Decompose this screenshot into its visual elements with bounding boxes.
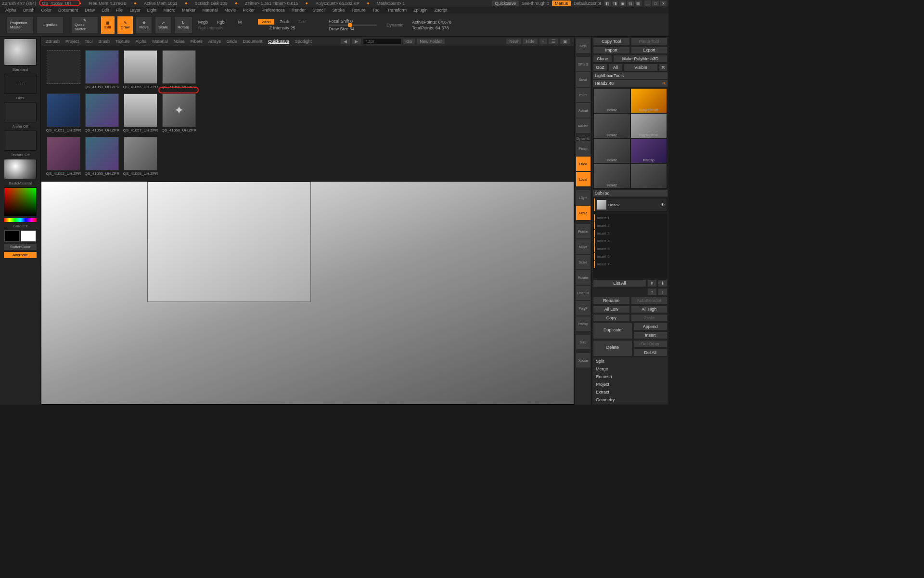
view-list-icon[interactable]: ☰: [549, 39, 558, 44]
tab-document[interactable]: Document: [242, 38, 263, 45]
projection-master-button[interactable]: Projection Master: [7, 16, 34, 34]
quicksave-thumb[interactable]: QS_41059_UH.ZPR: [160, 50, 198, 92]
menu-zplugin[interactable]: Zplugin: [411, 8, 430, 13]
tab-texture[interactable]: Texture: [115, 38, 131, 45]
view-grid-icon[interactable]: ▣: [560, 39, 570, 44]
rt-spix3[interactable]: SPix 3: [576, 57, 590, 71]
tab-noise[interactable]: Noise: [173, 38, 186, 45]
go-button[interactable]: Go: [403, 39, 415, 44]
rt-actual[interactable]: Actual: [576, 103, 590, 118]
brush-thumbnail[interactable]: [4, 39, 37, 66]
primary-color[interactable]: [21, 230, 36, 242]
edit-button[interactable]: ▦Edit: [101, 16, 115, 34]
subtool-active[interactable]: Head2👁: [594, 198, 667, 211]
subtool-slot[interactable]: Insert 6: [594, 253, 667, 260]
minimize-icon[interactable]: —: [644, 0, 651, 6]
rt-aahalf[interactable]: AAHalf: [576, 118, 590, 133]
move-button[interactable]: ✥Move: [136, 16, 152, 34]
tab-arrays[interactable]: Arrays: [207, 38, 222, 45]
clone-button[interactable]: Clone: [593, 55, 612, 63]
maximize-icon[interactable]: □: [652, 0, 659, 6]
nav-prev-button[interactable]: ◀: [341, 39, 350, 44]
focal-shift-slider[interactable]: Focal Shift 0 Draw Size 64: [325, 19, 381, 31]
menu-movie[interactable]: Movie: [222, 8, 238, 13]
texture-thumbnail[interactable]: [4, 131, 37, 151]
export-button[interactable]: Export: [631, 46, 668, 54]
switchcolor-button[interactable]: SwitchColor: [4, 244, 37, 250]
rename-button[interactable]: Rename: [593, 297, 630, 304]
subtool-slot[interactable]: Insert 4: [594, 237, 667, 245]
rt-lsym[interactable]: LSym: [576, 190, 590, 205]
quicksave-thumb[interactable]: QS_41051_UH.ZPR: [45, 93, 82, 136]
import-button[interactable]: Import: [593, 46, 630, 54]
hue-strip[interactable]: [4, 218, 37, 222]
tab-project[interactable]: Project: [64, 38, 80, 45]
menu-material[interactable]: Material: [200, 8, 220, 13]
secondary-color[interactable]: [4, 230, 20, 242]
tool-thumb[interactable]: Head2: [594, 114, 630, 138]
menu-macro[interactable]: Macro: [161, 8, 178, 13]
lightbox-tools-header[interactable]: Lightbox▸Tools: [593, 72, 667, 79]
quicksave-thumb[interactable]: QS_41055_UH.ZPR: [83, 137, 121, 179]
menu-marker[interactable]: Marker: [180, 8, 198, 13]
tab-material[interactable]: Material: [152, 38, 169, 45]
tab-alpha[interactable]: Alpha: [135, 38, 148, 45]
scale-button[interactable]: ⤢Scale: [155, 16, 171, 34]
menu-tool[interactable]: Tool: [370, 8, 383, 13]
make-polymesh-button[interactable]: Make PolyMesh3D: [613, 55, 667, 63]
material-thumbnail[interactable]: [4, 159, 37, 179]
quicksave-thumb[interactable]: QS_41052_UH.ZPR: [45, 137, 82, 179]
rt-xyz[interactable]: >XYZ: [576, 206, 590, 220]
current-tool-header[interactable]: Head2.48R: [593, 80, 667, 87]
menu-color[interactable]: Color: [39, 8, 54, 13]
menu-texture[interactable]: Texture: [349, 8, 368, 13]
menu-layer[interactable]: Layer: [127, 8, 143, 13]
delete-button[interactable]: Delete: [593, 340, 632, 356]
rotate-button[interactable]: ↻Rotate: [174, 16, 192, 34]
copy-button[interactable]: Copy: [593, 314, 630, 322]
menu-light[interactable]: Light: [145, 8, 159, 13]
alpha-thumbnail[interactable]: [4, 102, 37, 122]
section-extract[interactable]: Extract: [593, 388, 667, 396]
newfolder-button[interactable]: New Folder: [417, 39, 445, 44]
rt-frame[interactable]: Frame: [576, 224, 590, 238]
rt-scale[interactable]: Scale: [576, 255, 590, 269]
lightbox-button[interactable]: LightBox: [37, 16, 64, 34]
menu-brush[interactable]: Brush: [21, 8, 37, 13]
view-small-icon[interactable]: ▫: [539, 39, 547, 44]
subtool-slot[interactable]: Insert 7: [594, 261, 667, 268]
quicksave-thumb[interactable]: QS_41057_UH.ZPR: [122, 93, 159, 136]
menu-draw[interactable]: Draw: [82, 8, 97, 13]
menu-stroke[interactable]: Stroke: [330, 8, 347, 13]
rt-solo[interactable]: Solo: [576, 335, 590, 349]
section-merge[interactable]: Merge: [593, 365, 667, 373]
quicksave-thumb[interactable]: QS_41054_UH.ZPR: [83, 93, 121, 136]
tool-thumb[interactable]: [631, 164, 667, 188]
subtool-slot[interactable]: Insert 2: [594, 222, 667, 229]
subtool-header[interactable]: SubTool: [593, 190, 667, 197]
close-icon[interactable]: ✕: [660, 0, 667, 6]
rt-persp[interactable]: Persp: [576, 141, 590, 156]
draw-button[interactable]: ✎Draw: [117, 16, 133, 34]
menu-picker[interactable]: Picker: [240, 8, 257, 13]
tool-thumb[interactable]: Head2: [594, 164, 630, 188]
hide-button[interactable]: Hide: [523, 39, 538, 44]
tab-grids[interactable]: Grids: [226, 38, 238, 45]
section-geometry[interactable]: Geometry: [593, 396, 667, 404]
viewport-canvas[interactable]: [41, 181, 574, 405]
rt-floor[interactable]: Floor: [576, 157, 590, 171]
tool-thumb[interactable]: Head2: [594, 139, 630, 163]
paste-tool-button[interactable]: Paste Tool: [631, 38, 668, 45]
menu-alpha[interactable]: Alpha: [3, 8, 19, 13]
subtool-slot[interactable]: Insert 3: [594, 230, 667, 237]
menu-zscript[interactable]: Zscript: [432, 8, 450, 13]
duplicate-button[interactable]: Duplicate: [593, 323, 632, 339]
quicksave-thumb[interactable]: [45, 50, 82, 92]
tool-thumb[interactable]: Head2: [594, 89, 630, 113]
new-button[interactable]: New: [506, 39, 521, 44]
menu-stencil[interactable]: Stencil: [310, 8, 328, 13]
rt-zoom[interactable]: Zoom: [576, 88, 590, 102]
rt-xpose[interactable]: Xpose: [576, 353, 590, 368]
section-remesh[interactable]: Remesh: [593, 373, 667, 381]
rt-linefill[interactable]: Line Fill: [576, 286, 590, 300]
